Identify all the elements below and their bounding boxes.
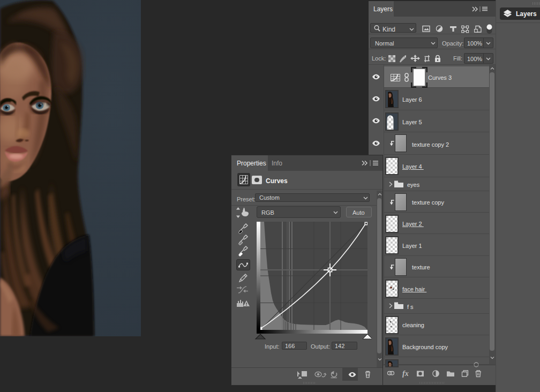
- svg-text:fx: fx: [402, 370, 409, 378]
